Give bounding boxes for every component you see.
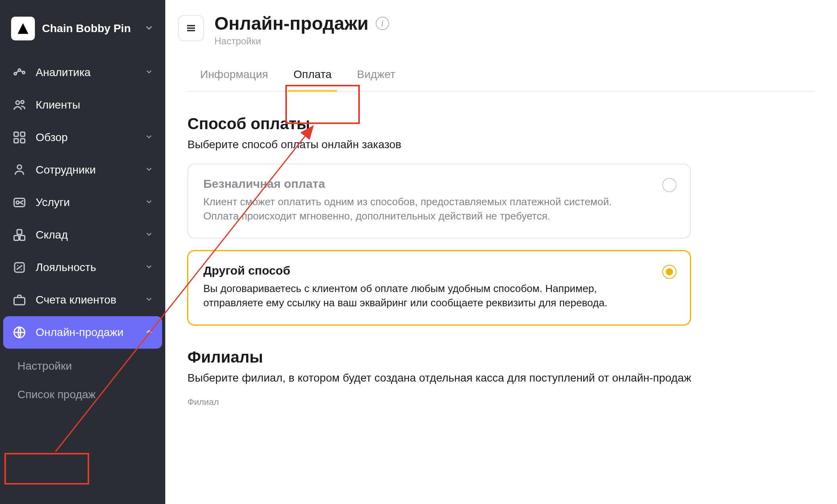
sidebar-item-services[interactable]: Услуги <box>3 186 162 219</box>
sidebar-item-label: Услуги <box>36 196 70 209</box>
page-title: Онлайн-продажи <box>214 13 369 34</box>
sidebar-item-loyalty[interactable]: Лояльность <box>3 251 162 284</box>
option-title: Безналичная оплата <box>203 177 675 191</box>
svg-rect-5 <box>14 132 19 137</box>
sidebar-item-label: Аналитика <box>36 66 91 79</box>
company-logo <box>11 17 35 40</box>
sidebar-item-overview[interactable]: Обзор <box>3 121 162 154</box>
loyalty-icon <box>12 260 27 275</box>
page-header: Онлайн-продажи i Настройки <box>165 0 837 58</box>
svg-point-1 <box>18 69 21 71</box>
chevron-down-icon <box>145 229 153 241</box>
services-icon <box>12 195 27 210</box>
option-desc: Клиент сможет оплатить одним из способов… <box>203 195 675 223</box>
clients-icon <box>12 97 27 113</box>
svg-point-3 <box>16 101 19 105</box>
field-label: Филиал <box>187 397 815 407</box>
tab-payment[interactable]: Оплата <box>281 58 344 91</box>
chevron-up-icon <box>145 326 153 339</box>
sidebar-item-client-accounts[interactable]: Счета клиентов <box>3 284 162 316</box>
sidebar-item-employees[interactable]: Сотрудники <box>3 154 162 186</box>
sidebar-item-label: Онлайн-продажи <box>36 326 124 339</box>
company-name: Chain Bobby Pin <box>42 22 137 35</box>
section-desc: Выберите способ оплаты онлайн заказов <box>187 138 815 151</box>
svg-rect-13 <box>14 236 19 241</box>
sidebar-item-label: Сотрудники <box>36 164 96 176</box>
company-selector[interactable]: Chain Bobby Pin <box>0 8 165 56</box>
section-title: Способ оплаты <box>187 115 815 133</box>
payment-option-other[interactable]: Другой способ Вы договариваетесь с клиен… <box>187 250 691 325</box>
globe-icon <box>12 325 27 340</box>
chevron-down-icon <box>145 294 153 306</box>
chevron-down-icon <box>145 196 153 209</box>
info-icon[interactable]: i <box>376 17 389 30</box>
svg-rect-7 <box>14 139 19 143</box>
sidebar-item-online-sales[interactable]: Онлайн-продажи <box>3 316 162 349</box>
svg-point-11 <box>16 201 19 204</box>
nav: Аналитика Клиенты Обзор Сотрудники <box>0 56 165 409</box>
chevron-down-icon <box>145 164 153 176</box>
main: Онлайн-продажи i Настройки Информация Оп… <box>165 0 837 504</box>
payment-option-cashless[interactable]: Безналичная оплата Клиент сможет оплатит… <box>187 164 691 239</box>
briefcase-icon <box>12 292 27 307</box>
tab-information[interactable]: Информация <box>187 58 281 91</box>
chevron-down-icon <box>145 131 153 144</box>
analytics-icon <box>12 65 27 80</box>
warehouse-icon <box>12 227 27 242</box>
svg-point-9 <box>17 165 22 169</box>
subnav: Настройки Список продаж <box>3 349 162 409</box>
employees-icon <box>12 162 27 178</box>
tabs: Информация Оплата Виджет <box>187 58 815 92</box>
svg-rect-6 <box>21 132 25 137</box>
section-desc: Выберите филиал, в котором будет создана… <box>187 372 815 384</box>
sidebar-item-warehouse[interactable]: Склад <box>3 219 162 251</box>
sidebar-item-label: Лояльность <box>36 261 96 274</box>
section-title: Филиалы <box>187 348 815 366</box>
content: Информация Оплата Виджет Способ оплаты В… <box>165 58 837 407</box>
svg-rect-16 <box>14 298 25 305</box>
radio-icon <box>662 178 676 192</box>
chevron-down-icon <box>145 261 153 274</box>
svg-rect-14 <box>20 236 25 241</box>
svg-point-0 <box>14 73 17 75</box>
sidebar: Chain Bobby Pin Аналитика Клиенты Обзо <box>0 0 165 504</box>
sidebar-item-label: Счета клиентов <box>36 294 117 306</box>
sidebar-item-label: Склад <box>36 229 68 241</box>
chevron-down-icon <box>145 66 153 79</box>
overview-icon <box>12 130 27 145</box>
sidebar-item-analytics[interactable]: Аналитика <box>3 56 162 89</box>
svg-point-4 <box>21 101 24 104</box>
chevron-down-icon <box>144 23 154 34</box>
option-title: Другой способ <box>203 264 675 277</box>
branches-section: Филиалы Выберите филиал, в котором будет… <box>187 348 815 407</box>
sidebar-item-clients[interactable]: Клиенты <box>3 89 162 121</box>
sidebar-item-label: Клиенты <box>36 99 80 111</box>
payment-method-section: Способ оплаты Выберите способ оплаты онл… <box>187 115 815 325</box>
option-desc: Вы договариваетесь с клиентом об оплате … <box>203 281 675 310</box>
svg-rect-12 <box>17 230 22 235</box>
tab-widget[interactable]: Виджет <box>344 58 408 91</box>
subnav-item-settings[interactable]: Настройки <box>13 352 162 380</box>
toggle-sidebar-button[interactable] <box>178 15 204 41</box>
radio-icon <box>662 265 676 279</box>
page-subtitle: Настройки <box>214 36 389 47</box>
subnav-item-sales-list[interactable]: Список продаж <box>13 380 162 409</box>
sidebar-item-label: Обзор <box>36 131 68 144</box>
svg-rect-8 <box>21 139 25 143</box>
